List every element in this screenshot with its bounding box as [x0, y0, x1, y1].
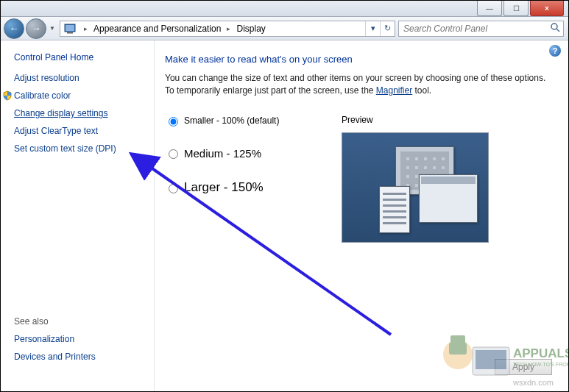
preview-column: Preview — [342, 115, 552, 243]
radio-column: Smaller - 100% (default) Medium - 125% L… — [165, 115, 342, 243]
preview-image — [342, 132, 489, 243]
help-icon[interactable]: ? — [549, 45, 561, 57]
desc-text-pre: You can change the size of text and othe… — [165, 73, 545, 96]
sidebar-link-adjust-cleartype[interactable]: Adjust ClearType text — [14, 126, 146, 136]
refresh-button[interactable]: ↻ — [380, 21, 395, 36]
main-panel: ? Make it easier to read what's on your … — [154, 40, 568, 391]
svg-line-4 — [556, 29, 559, 32]
desc-text-post: tool. — [412, 85, 431, 96]
sidebar-link-change-display-settings[interactable]: Change display settings — [14, 108, 146, 118]
radio-smaller-label: Smaller - 100% (default) — [184, 115, 279, 126]
seealso-personalization[interactable]: Personalization — [14, 334, 146, 344]
address-bar[interactable]: ▸ Appearance and Personalization ▸ Displ… — [60, 21, 395, 37]
sidebar-link-calibrate-color[interactable]: Calibrate color — [14, 90, 146, 101]
nav-history-dropdown[interactable]: ▼ — [48, 22, 57, 35]
breadcrumb-segment-1[interactable]: Appearance and Personalization — [92, 21, 222, 36]
radio-smaller[interactable]: Smaller - 100% (default) — [165, 115, 342, 126]
shield-icon — [2, 90, 13, 101]
seealso-devices-printers[interactable]: Devices and Printers — [14, 352, 146, 362]
breadcrumb-segment-2[interactable]: Display — [235, 21, 266, 36]
see-also-section: See also Personalization Devices and Pri… — [14, 316, 146, 384]
maximize-button[interactable]: ☐ — [503, 1, 529, 16]
radio-medium-label: Medium - 125% — [184, 147, 261, 160]
svg-point-3 — [551, 24, 557, 29]
sidebar-link-custom-text-size[interactable]: Set custom text size (DPI) — [14, 143, 146, 154]
content-area: Control Panel Home Adjust resolution Cal… — [1, 40, 568, 391]
preview-label: Preview — [342, 115, 552, 125]
svg-rect-2 — [67, 32, 73, 34]
radio-larger-input[interactable] — [169, 184, 178, 193]
svg-rect-1 — [66, 25, 74, 31]
page-title: Make it easier to read what's on your sc… — [165, 54, 552, 65]
forward-button[interactable]: → — [26, 18, 46, 39]
sidebar: Control Panel Home Adjust resolution Cal… — [1, 40, 154, 391]
chevron-right-icon: ▸ — [79, 25, 92, 32]
magnifier-link[interactable]: Magnifier — [376, 85, 412, 96]
window-titlebar: — ☐ × — [1, 1, 568, 17]
nav-toolbar: ← → ▼ ▸ Appearance and Personalization ▸… — [1, 17, 568, 40]
sidebar-item-label: Calibrate color — [14, 90, 71, 101]
chevron-right-icon: ▸ — [222, 25, 235, 32]
control-panel-icon — [63, 23, 77, 35]
search-input[interactable] — [402, 23, 560, 35]
address-dropdown-icon[interactable]: ▾ — [365, 21, 380, 36]
radio-larger-label: Larger - 150% — [184, 180, 264, 195]
radio-smaller-input[interactable] — [169, 117, 178, 126]
radio-larger[interactable]: Larger - 150% — [165, 180, 342, 195]
minimize-button[interactable]: — — [477, 1, 502, 16]
sidebar-link-adjust-resolution[interactable]: Adjust resolution — [14, 73, 146, 83]
close-button[interactable]: × — [530, 1, 564, 16]
apply-button[interactable]: Apply — [495, 359, 552, 375]
search-box[interactable] — [398, 21, 564, 37]
radio-medium[interactable]: Medium - 125% — [165, 147, 342, 160]
see-also-heading: See also — [14, 316, 146, 327]
apply-row: Apply — [165, 359, 552, 379]
control-panel-home-link[interactable]: Control Panel Home — [14, 52, 146, 63]
back-button[interactable]: ← — [4, 18, 24, 39]
size-options-row: Smaller - 100% (default) Medium - 125% L… — [165, 115, 552, 243]
search-icon — [551, 23, 560, 35]
page-description: You can change the size of text and othe… — [165, 72, 552, 97]
radio-medium-input[interactable] — [169, 149, 178, 159]
